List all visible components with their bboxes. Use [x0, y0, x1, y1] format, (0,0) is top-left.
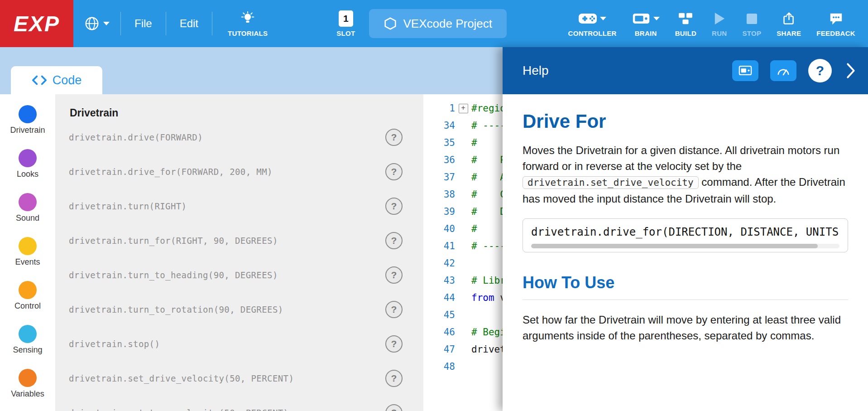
command-help-button[interactable]: ?	[385, 370, 403, 387]
command-signature: drivetrain.drive_for(DIRECTION, DISTANCE…	[531, 226, 839, 238]
help-panel-body: Drive For Moves the Drivetrain for a giv…	[503, 94, 868, 411]
variables-category-icon	[19, 369, 37, 387]
help-header-actions: ?	[732, 59, 858, 82]
chevron-down-icon	[600, 17, 606, 20]
command-row[interactable]: drivetrain.stop() ?	[69, 327, 423, 361]
command-help-button[interactable]: ?	[385, 335, 403, 353]
command-list-panel: Drivetrain drivetrain.drive(FORWARD) ? d…	[55, 94, 423, 411]
project-name-button[interactable]: VEXcode Project	[369, 9, 507, 38]
command-list-header: Drivetrain	[70, 107, 423, 119]
command-row[interactable]: drivetrain.turn_to_heading(90, DEGREES) …	[69, 258, 423, 292]
vex-exp-logo: EXP	[0, 0, 73, 47]
line-number: 34	[423, 120, 455, 131]
line-number: 35	[423, 137, 455, 148]
lightbulb-icon	[240, 11, 255, 26]
command-help-button[interactable]: ?	[385, 198, 403, 215]
line-number: 48	[423, 361, 455, 372]
command-help-button[interactable]: ?	[385, 232, 403, 249]
logo-text: EXP	[14, 11, 60, 36]
section-divider	[523, 300, 848, 300]
sidebar-item-control[interactable]: Control	[14, 281, 41, 311]
fold-region-icon[interactable]: +	[459, 104, 468, 113]
command-row[interactable]: drivetrain.drive_for(FORWARD, 200, MM) ?	[69, 155, 423, 189]
command-row[interactable]: drivetrain.set_turn_velocity(50, PERCENT…	[69, 396, 423, 411]
how-to-use-text: Set how far the Drivetrain will move by …	[523, 312, 848, 343]
play-icon	[714, 12, 725, 25]
help-panel-title: Help	[523, 63, 549, 78]
command-signature-box: drivetrain.drive_for(DIRECTION, DISTANCE…	[523, 218, 848, 252]
help-command-title: Drive For	[523, 111, 848, 132]
command-row[interactable]: drivetrain.drive(FORWARD) ?	[69, 120, 423, 155]
build-blocks-icon	[678, 12, 693, 25]
help-panel-header: Help ?	[503, 47, 868, 94]
chevron-right-icon	[845, 63, 856, 79]
share-button[interactable]: SHARE	[776, 10, 802, 37]
line-number: 41	[423, 241, 455, 251]
topbar-divider	[212, 12, 212, 35]
line-number: 37	[423, 172, 455, 183]
control-category-icon	[19, 281, 37, 299]
line-number: 40	[423, 223, 455, 234]
line-number: 42	[423, 258, 455, 269]
line-number: 36	[423, 155, 455, 165]
chevron-down-icon	[103, 22, 110, 25]
slot-button[interactable]: 1 SLOT	[334, 10, 358, 37]
feedback-button[interactable]: FEEDBACK	[815, 10, 856, 37]
inline-code-chip: drivetrain.set_drive_velocity	[523, 176, 699, 189]
drivetrain-category-icon	[19, 105, 37, 123]
file-menu[interactable]: File	[121, 0, 166, 47]
language-menu[interactable]	[73, 0, 120, 47]
command-help-button[interactable]: ?	[385, 266, 403, 284]
vexcode-app: EXP File Edit TUTORIALS 1 SLOT VEXcode P…	[0, 0, 868, 411]
stop-icon	[746, 13, 758, 25]
device-info-button[interactable]	[732, 60, 758, 81]
tab-code-label: Code	[53, 73, 82, 87]
help-toggle-button[interactable]: ?	[808, 59, 832, 82]
gauge-icon	[777, 65, 790, 77]
topbar: EXP File Edit TUTORIALS 1 SLOT VEXcode P…	[0, 0, 868, 47]
command-help-button[interactable]: ?	[385, 129, 403, 146]
events-category-icon	[19, 237, 37, 255]
tutorials-button[interactable]: TUTORIALS	[225, 10, 270, 37]
command-row[interactable]: drivetrain.turn_for(RIGHT, 90, DEGREES) …	[69, 223, 423, 258]
command-row[interactable]: drivetrain.set_drive_velocity(50, PERCEN…	[69, 361, 423, 396]
brain-icon	[632, 12, 650, 25]
sidebar-item-sensing[interactable]: Sensing	[13, 325, 42, 355]
sound-category-icon	[19, 193, 37, 211]
collapse-help-panel-button[interactable]	[844, 63, 858, 79]
sidebar-item-sound[interactable]: Sound	[16, 193, 39, 223]
slot-number-icon: 1	[339, 10, 353, 27]
sidebar-item-drivetrain[interactable]: Drivetrain	[10, 105, 45, 135]
command-help-button[interactable]: ?	[385, 404, 403, 411]
run-button[interactable]: RUN	[711, 10, 728, 37]
brain-menu-button[interactable]: BRAIN	[631, 10, 661, 37]
category-sidebar: Drivetrain Looks Sound Events Control Se…	[0, 94, 55, 411]
command-help-button[interactable]: ?	[385, 163, 403, 180]
topbar-actions: CONTROLLER BRAIN BUILD RUN	[567, 10, 868, 37]
scrollbar-thumb[interactable]	[531, 244, 818, 248]
sidebar-item-looks[interactable]: Looks	[17, 149, 38, 179]
code-brackets-icon	[32, 75, 47, 86]
controller-icon	[579, 12, 597, 25]
command-row[interactable]: drivetrain.turn_to_rotation(90, DEGREES)…	[69, 292, 423, 327]
edit-menu[interactable]: Edit	[166, 0, 212, 47]
horizontal-scrollbar[interactable]	[531, 244, 839, 248]
feedback-bubble-icon	[829, 12, 844, 25]
sidebar-item-events[interactable]: Events	[15, 237, 40, 267]
controller-menu-button[interactable]: CONTROLLER	[567, 10, 618, 37]
stop-button[interactable]: STOP	[741, 10, 762, 37]
line-number: 45	[423, 309, 455, 320]
dashboard-gauge-button[interactable]	[770, 60, 796, 81]
line-number: 38	[423, 189, 455, 200]
command-help-button[interactable]: ?	[385, 301, 403, 318]
sidebar-item-variables[interactable]: Variables	[11, 369, 44, 399]
build-button[interactable]: BUILD	[674, 10, 697, 37]
line-number: 43	[423, 275, 455, 286]
line-number: 44	[423, 292, 455, 303]
command-row[interactable]: drivetrain.turn(RIGHT) ?	[69, 189, 423, 223]
tab-code[interactable]: Code	[11, 66, 102, 94]
question-mark-icon: ?	[816, 63, 824, 78]
how-to-use-heading: How To Use	[523, 273, 848, 292]
help-panel: Help ? Drive For Moves the Drivetrain fo…	[503, 47, 868, 411]
chevron-down-icon	[653, 17, 660, 20]
